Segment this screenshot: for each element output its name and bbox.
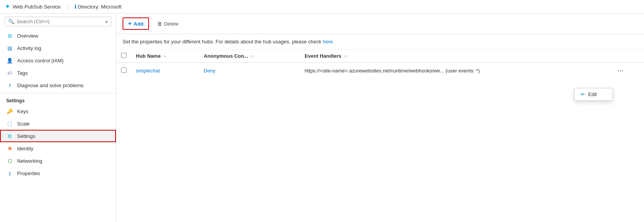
service-title: ✦ Web PubSub Service	[5, 2, 61, 11]
toolbar: + Add 🗑 Delete	[116, 14, 644, 34]
col-anonymous-label: Anonymous Con...	[204, 53, 248, 59]
user-icon: 👤	[6, 57, 13, 64]
directory-label: Directory:	[78, 4, 100, 10]
sidebar-item-tags[interactable]: 🏷 Tags	[0, 67, 116, 79]
search-input[interactable]	[17, 19, 101, 24]
sidebar-item-keys[interactable]: 🔑 Keys	[0, 105, 116, 117]
top-bar: ✦ Web PubSub Service | ℹ Directory: Micr…	[0, 0, 644, 14]
sidebar-item-properties[interactable]: ⫿ Properties	[0, 167, 116, 179]
col-actions	[611, 50, 644, 63]
grid-icon: ⊞	[6, 32, 13, 39]
col-anonymous-con[interactable]: Anonymous Con... ↑↓	[199, 50, 300, 63]
separator: |	[67, 4, 68, 10]
search-icon: 🔍	[8, 19, 14, 24]
sidebar-item-networking[interactable]: ⬡ Networking	[0, 155, 116, 167]
sidebar-item-access-control[interactable]: 👤 Access control (IAM)	[0, 54, 116, 67]
gear-icon: ⚙	[6, 133, 13, 139]
settings-section-label: Settings	[0, 93, 116, 105]
table-row: simplechat Deny https://<site-name>.azur…	[116, 63, 644, 79]
sidebar-item-overview[interactable]: ⊞ Overview	[0, 29, 116, 42]
service-icon: ✦	[5, 2, 10, 11]
cell-event-handlers: https://<site-name>.azurewebsites.net/ru…	[300, 63, 611, 79]
anonymous-connect-value: Deny	[204, 68, 215, 74]
select-all-header	[116, 50, 131, 63]
delete-label: Delete	[164, 21, 179, 27]
service-name: Web PubSub Service	[13, 4, 61, 10]
diagnose-icon: ⚕	[6, 82, 13, 89]
key-icon: 🔑	[6, 108, 13, 115]
sidebar: 🔍 « ⊞ Overview ▤ Activity log 👤 Access c…	[0, 14, 116, 222]
col-event-handlers[interactable]: Event Handlers ↑↓	[300, 50, 611, 63]
context-menu: ✏ Edit	[574, 88, 613, 101]
select-all-checkbox[interactable]	[121, 53, 126, 58]
sidebar-item-label: Keys	[17, 108, 28, 114]
identity-icon: ❋	[6, 145, 13, 152]
sidebar-item-label: Overview	[17, 33, 38, 39]
log-icon: ▤	[6, 45, 13, 52]
add-button[interactable]: + Add	[123, 17, 149, 30]
sidebar-item-activity-log[interactable]: ▤ Activity log	[0, 42, 116, 54]
col-hub-name-label: Hub Name	[136, 53, 161, 59]
collapse-button[interactable]: «	[105, 19, 108, 24]
cell-row-actions: ···	[611, 63, 644, 79]
sidebar-item-label: Tags	[17, 70, 28, 76]
description-link[interactable]: here.	[323, 39, 334, 45]
tag-icon: 🏷	[6, 69, 13, 76]
sidebar-item-label: Access control (IAM)	[17, 58, 64, 64]
properties-icon: ⫿	[6, 170, 13, 177]
hub-table-wrapper: Hub Name ↑↓ Anonymous Con... ↑↓ Event Ha…	[116, 50, 644, 79]
sidebar-item-label: Activity log	[17, 45, 41, 51]
info-icon: ℹ	[74, 3, 76, 10]
cell-anonymous-connect: Deny	[199, 63, 300, 79]
search-bar[interactable]: 🔍 «	[5, 17, 111, 26]
row-checkbox-cell	[116, 63, 131, 79]
description-body: Set the properties for your different hu…	[123, 39, 321, 45]
trash-icon: 🗑	[157, 21, 162, 27]
edit-label: Edit	[588, 91, 597, 97]
sidebar-item-label: Settings	[17, 133, 35, 139]
sort-icon-anonymous: ↑↓	[250, 54, 254, 59]
table-header-row: Hub Name ↑↓ Anonymous Con... ↑↓ Event Ha…	[116, 50, 644, 63]
event-handlers-value: https://<site-name>.azurewebsites.net/ru…	[305, 68, 480, 74]
network-icon: ⬡	[6, 157, 13, 164]
description-text: Set the properties for your different hu…	[116, 34, 644, 50]
delete-button[interactable]: 🗑 Delete	[152, 19, 184, 29]
sidebar-item-label: Diagnose and solve problems	[17, 83, 83, 88]
scale-icon: ⬚	[6, 120, 13, 127]
context-menu-edit[interactable]: ✏ Edit	[575, 88, 613, 100]
sidebar-item-identity[interactable]: ❋ Identity	[0, 142, 116, 155]
sort-icon-hub-name: ↑↓	[163, 54, 167, 59]
sidebar-item-diagnose[interactable]: ⚕ Diagnose and solve problems	[0, 79, 116, 91]
directory-value: Microsoft	[101, 4, 121, 10]
directory-info: ℹ Directory: Microsoft	[74, 3, 121, 10]
col-event-handlers-label: Event Handlers	[305, 53, 341, 59]
sidebar-item-label: Scale	[17, 121, 30, 127]
content-area: + Add 🗑 Delete Set the properties for yo…	[116, 14, 644, 222]
sort-icon-event-handlers: ↑↓	[343, 54, 347, 59]
sidebar-item-label: Properties	[17, 170, 40, 176]
row-actions-button[interactable]: ···	[615, 66, 626, 76]
plus-icon: +	[128, 20, 132, 27]
cell-hub-name: simplechat	[131, 63, 199, 79]
edit-icon: ✏	[581, 91, 585, 97]
row-checkbox[interactable]	[121, 67, 126, 73]
sidebar-item-label: Identity	[17, 146, 33, 151]
sidebar-item-settings[interactable]: ⚙ Settings	[0, 130, 116, 142]
add-label: Add	[133, 21, 143, 27]
col-hub-name[interactable]: Hub Name ↑↓	[131, 50, 199, 63]
hub-name-link[interactable]: simplechat	[136, 68, 160, 74]
main-container: 🔍 « ⊞ Overview ▤ Activity log 👤 Access c…	[0, 14, 644, 222]
sidebar-item-label: Networking	[17, 158, 42, 164]
sidebar-item-scale[interactable]: ⬚ Scale	[0, 117, 116, 130]
hub-table: Hub Name ↑↓ Anonymous Con... ↑↓ Event Ha…	[116, 50, 644, 79]
